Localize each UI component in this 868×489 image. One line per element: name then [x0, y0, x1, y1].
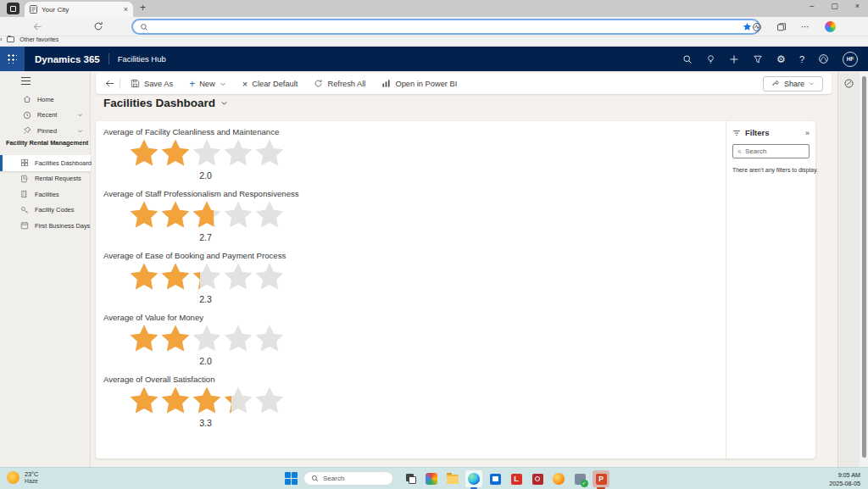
- filter-icon[interactable]: [753, 54, 763, 64]
- favorites-chevron-icon[interactable]: ›: [0, 36, 2, 42]
- sidebar-item-first-business-days[interactable]: First Business Days: [0, 218, 91, 234]
- more-icon[interactable]: ⋯: [801, 22, 810, 31]
- star: [253, 261, 287, 292]
- filter-icon: [732, 129, 741, 137]
- weather-icon: [7, 471, 19, 484]
- rating-section: Average of Overall Satisfaction 3.3: [96, 372, 726, 434]
- search-icon: [311, 475, 319, 482]
- star: [127, 261, 161, 292]
- firefox-icon[interactable]: [550, 470, 567, 487]
- browser-essentials-icon[interactable]: [752, 22, 762, 32]
- lightbulb-icon[interactable]: [706, 54, 715, 64]
- star: [221, 199, 255, 231]
- other-favorites-label[interactable]: Other favorites: [19, 36, 58, 42]
- sidebar-group-label: Facility Rental Management: [6, 139, 91, 147]
- new-tab-button[interactable]: +: [140, 2, 146, 14]
- back-icon[interactable]: [32, 21, 43, 32]
- header-divider: [108, 53, 109, 64]
- save-as-button[interactable]: Save As: [125, 73, 179, 94]
- star: [221, 261, 255, 292]
- sidebar-item-facilities[interactable]: Facilities: [0, 186, 91, 203]
- chevron-down-icon[interactable]: [220, 99, 228, 107]
- back-icon[interactable]: [104, 78, 115, 89]
- edge-icon[interactable]: [465, 470, 482, 487]
- refresh-icon[interactable]: [93, 21, 103, 31]
- app-l-icon[interactable]: L: [508, 470, 525, 487]
- scrollbar[interactable]: [860, 71, 868, 467]
- clock-date: 2025-08-05: [829, 480, 860, 488]
- collapse-panel-icon[interactable]: »: [805, 129, 810, 137]
- rating-value: 2.0: [127, 170, 284, 181]
- rating-value: 3.3: [127, 418, 284, 428]
- app-name[interactable]: Facilities Hub: [118, 54, 166, 64]
- window-close-button[interactable]: ×: [855, 2, 860, 10]
- search-icon[interactable]: [682, 54, 693, 64]
- task-view-icon[interactable]: [402, 470, 419, 487]
- star: [221, 385, 255, 416]
- avatar[interactable]: HF: [843, 52, 858, 67]
- filters-search-input[interactable]: [745, 147, 804, 155]
- refresh-all-button[interactable]: Refresh All: [308, 73, 371, 94]
- star-rating: [127, 199, 284, 231]
- workspaces-icon[interactable]: [7, 3, 19, 14]
- page-title[interactable]: Facilities Dashboard: [103, 97, 228, 109]
- rating-title: Average of Overall Satisfaction: [103, 375, 215, 384]
- gear-icon[interactable]: ⚙: [776, 54, 786, 64]
- browser-tab[interactable]: Your City ×: [25, 2, 133, 17]
- app-launcher-icon[interactable]: [0, 47, 25, 71]
- clear-default-button[interactable]: × Clear Default: [236, 73, 304, 94]
- star: [159, 137, 192, 169]
- page-favicon: [30, 5, 37, 14]
- tab-close-icon[interactable]: ×: [124, 5, 128, 14]
- address-bar[interactable]: [131, 19, 760, 35]
- media-app-icon[interactable]: [423, 470, 440, 487]
- folder-icon: [7, 36, 14, 42]
- sidebar-item-recent[interactable]: Recent: [0, 108, 91, 124]
- star: [190, 261, 224, 292]
- share-button[interactable]: Share: [763, 76, 823, 92]
- new-button[interactable]: + New: [183, 73, 232, 94]
- file-explorer-icon[interactable]: [444, 470, 461, 487]
- taskbar-clock[interactable]: 9:05 AM 2025-08-05: [829, 471, 860, 488]
- star: [159, 261, 192, 292]
- presence-icon[interactable]: [818, 53, 829, 64]
- clock-icon: [23, 111, 31, 119]
- star: [253, 137, 287, 169]
- taskbar-weather[interactable]: 23°C Haze: [7, 470, 38, 484]
- app-check-icon[interactable]: [571, 470, 588, 487]
- collections-icon[interactable]: [776, 22, 787, 32]
- side-rail: [837, 71, 860, 467]
- filters-search-box[interactable]: [732, 144, 810, 158]
- sidebar-item-facility-codes[interactable]: Facility Codes: [0, 203, 91, 219]
- sidebar-item-home[interactable]: Home: [0, 92, 91, 108]
- rating-value: 2.7: [127, 232, 284, 242]
- star-rating: [127, 137, 284, 169]
- taskbar-search[interactable]: Search: [303, 471, 393, 486]
- help-icon[interactable]: ?: [799, 54, 804, 64]
- rating-title: Average of Value for Money: [103, 313, 203, 322]
- open-in-power-bi-button[interactable]: Open in Power BI: [376, 73, 463, 94]
- building-icon: [20, 190, 29, 198]
- chevron-down-icon[interactable]: [77, 128, 83, 134]
- d365-brand[interactable]: Dynamics 365: [35, 54, 100, 64]
- favorite-star-icon[interactable]: [743, 22, 752, 31]
- tab-title: Your City: [42, 6, 120, 14]
- favorites-bar: › Other favorites: [0, 36, 868, 47]
- window-minimize-button[interactable]: –: [810, 2, 814, 10]
- plus-icon[interactable]: [729, 54, 739, 64]
- powerpoint-icon[interactable]: P: [593, 470, 609, 487]
- chevron-down-icon[interactable]: [77, 112, 83, 118]
- app-red-icon[interactable]: [529, 470, 546, 487]
- scrollbar-thumb[interactable]: [862, 76, 866, 458]
- copilot-icon[interactable]: [843, 78, 854, 89]
- sidebar-item-rental-requests[interactable]: Rental Requests: [0, 171, 91, 187]
- store-icon[interactable]: [487, 470, 504, 487]
- sidebar-item-facilities-dashboard[interactable]: Facilities Dashboard: [0, 155, 91, 171]
- hamburger-icon[interactable]: [21, 77, 31, 85]
- sidebar-item-pinned[interactable]: Pinned: [0, 123, 91, 139]
- window-maximize-button[interactable]: ▢: [831, 2, 838, 10]
- chevron-down-icon: [220, 81, 226, 87]
- copilot-icon[interactable]: [825, 21, 836, 32]
- start-button[interactable]: [285, 472, 298, 485]
- address-input[interactable]: [153, 23, 737, 31]
